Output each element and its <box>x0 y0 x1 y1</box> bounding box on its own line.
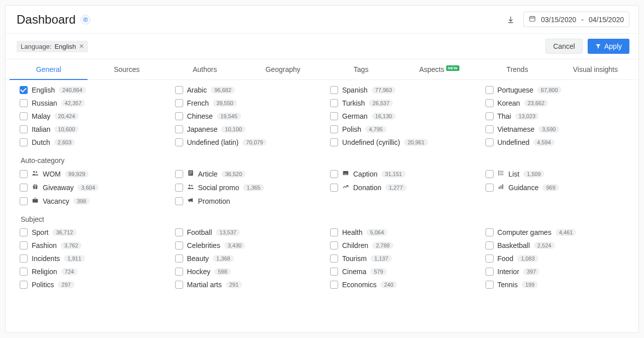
filter-item[interactable]: Undefined (cyrillic)20,961 <box>330 138 475 146</box>
checkbox[interactable] <box>330 184 338 192</box>
filter-item[interactable]: Health5,064 <box>330 228 475 236</box>
chip-remove-icon[interactable]: ✕ <box>79 43 84 50</box>
checkbox[interactable] <box>175 255 183 263</box>
filter-item[interactable]: Japanese10,100 <box>175 125 320 133</box>
checkbox[interactable] <box>175 228 183 236</box>
checkbox[interactable] <box>20 138 28 146</box>
tab-sources[interactable]: Sources <box>88 59 166 79</box>
checkbox[interactable] <box>175 112 183 120</box>
checkbox[interactable] <box>486 112 494 120</box>
checkbox[interactable] <box>330 241 338 249</box>
checkbox[interactable] <box>486 255 494 263</box>
checkbox[interactable] <box>330 112 338 120</box>
checkbox[interactable] <box>486 138 494 146</box>
filter-item[interactable]: Incidents1,911 <box>20 255 165 263</box>
tab-authors[interactable]: Authors <box>166 59 244 79</box>
checkbox[interactable] <box>175 241 183 249</box>
filter-item[interactable]: Vacancy398 <box>20 197 165 205</box>
checkbox[interactable] <box>330 138 338 146</box>
checkbox[interactable] <box>175 281 183 289</box>
filter-item[interactable]: Sport36,712 <box>20 228 165 236</box>
filter-item[interactable]: Economics240 <box>330 281 475 289</box>
checkbox[interactable] <box>175 86 183 94</box>
filter-item[interactable]: Caption31,151 <box>330 170 475 178</box>
checkbox[interactable] <box>20 170 28 178</box>
checkbox[interactable] <box>20 184 28 192</box>
filter-item[interactable]: Celebrities3,430 <box>175 241 320 249</box>
filter-item[interactable]: Beauty1,368 <box>175 255 320 263</box>
checkbox[interactable] <box>20 86 28 94</box>
filter-item[interactable]: Portuguese67,800 <box>486 86 631 94</box>
filter-item[interactable]: Russian42,357 <box>20 99 165 107</box>
filter-item[interactable]: Religion724 <box>20 268 165 276</box>
filter-item[interactable]: Cinema579 <box>330 268 475 276</box>
checkbox[interactable] <box>175 184 183 192</box>
checkbox[interactable] <box>330 268 338 276</box>
tab-tags[interactable]: Tags <box>322 59 400 79</box>
checkbox[interactable] <box>486 268 494 276</box>
tab-geography[interactable]: Geography <box>244 59 322 79</box>
filter-item[interactable]: Food1,083 <box>486 255 631 263</box>
filter-item[interactable]: French39,550 <box>175 99 320 107</box>
checkbox[interactable] <box>20 268 28 276</box>
filter-item[interactable]: Martial arts291 <box>175 281 320 289</box>
checkbox[interactable] <box>20 281 28 289</box>
cancel-button[interactable]: Cancel <box>545 39 583 54</box>
checkbox[interactable] <box>20 99 28 107</box>
filter-item[interactable]: Polish4,795 <box>330 125 475 133</box>
checkbox[interactable] <box>175 268 183 276</box>
checkbox[interactable] <box>330 281 338 289</box>
checkbox[interactable] <box>175 170 183 178</box>
filter-item[interactable]: Tourism1,137 <box>330 255 475 263</box>
checkbox[interactable] <box>175 99 183 107</box>
filter-item[interactable]: Chinese19,545 <box>175 112 320 120</box>
checkbox[interactable] <box>486 170 494 178</box>
filter-item[interactable]: Guidance969 <box>486 183 631 192</box>
checkbox[interactable] <box>175 125 183 133</box>
checkbox[interactable] <box>486 99 494 107</box>
filter-item[interactable]: Donation1,277 <box>330 183 475 192</box>
filter-item[interactable]: Thai13,023 <box>486 112 631 120</box>
checkbox[interactable] <box>330 228 338 236</box>
tab-aspects[interactable]: AspectsNEW <box>400 59 478 79</box>
tab-general[interactable]: General <box>10 59 88 79</box>
checkbox[interactable] <box>20 255 28 263</box>
date-range-picker[interactable]: 03/15/2020 - 04/15/2020 <box>523 12 629 27</box>
checkbox[interactable] <box>20 228 28 236</box>
tab-trends[interactable]: Trends <box>478 59 556 79</box>
filter-item[interactable]: Malay20,424 <box>20 112 165 120</box>
checkbox[interactable] <box>330 86 338 94</box>
checkbox[interactable] <box>486 125 494 133</box>
filter-item[interactable]: Politics297 <box>20 281 165 289</box>
filter-item[interactable]: Hockey598 <box>175 268 320 276</box>
filter-item[interactable]: List1,509 <box>486 170 631 178</box>
checkbox[interactable] <box>486 86 494 94</box>
checkbox[interactable] <box>486 241 494 249</box>
filter-item[interactable]: Children2,788 <box>330 241 475 249</box>
checkbox[interactable] <box>330 125 338 133</box>
checkbox[interactable] <box>20 241 28 249</box>
filter-chip-language[interactable]: Language: English ✕ <box>17 41 88 52</box>
filter-item[interactable]: Interior397 <box>486 268 631 276</box>
filter-item[interactable]: Promotion <box>175 197 320 205</box>
checkbox[interactable] <box>330 99 338 107</box>
checkbox[interactable] <box>175 197 183 205</box>
tab-visual-insights[interactable]: Visual insights <box>556 59 634 79</box>
checkbox[interactable] <box>486 281 494 289</box>
filter-item[interactable]: Article36,520 <box>175 170 320 178</box>
filter-item[interactable]: Turkish26,537 <box>330 99 475 107</box>
checkbox[interactable] <box>20 112 28 120</box>
filter-item[interactable]: Basketball2,524 <box>486 241 631 249</box>
filter-item[interactable]: Arabic96,682 <box>175 86 320 94</box>
checkbox[interactable] <box>330 255 338 263</box>
filter-item[interactable]: Tennis199 <box>486 281 631 289</box>
filter-item[interactable]: Spanish77,963 <box>330 86 475 94</box>
filter-item[interactable]: Football13,537 <box>175 228 320 236</box>
filter-item[interactable]: WOM99,929 <box>20 170 165 178</box>
checkbox[interactable] <box>20 197 28 205</box>
checkbox[interactable] <box>486 228 494 236</box>
apply-button[interactable]: Apply <box>588 39 629 54</box>
filter-item[interactable]: Social promo1,365 <box>175 183 320 192</box>
checkbox[interactable] <box>20 125 28 133</box>
filter-item[interactable]: Computer games4,461 <box>486 228 631 236</box>
